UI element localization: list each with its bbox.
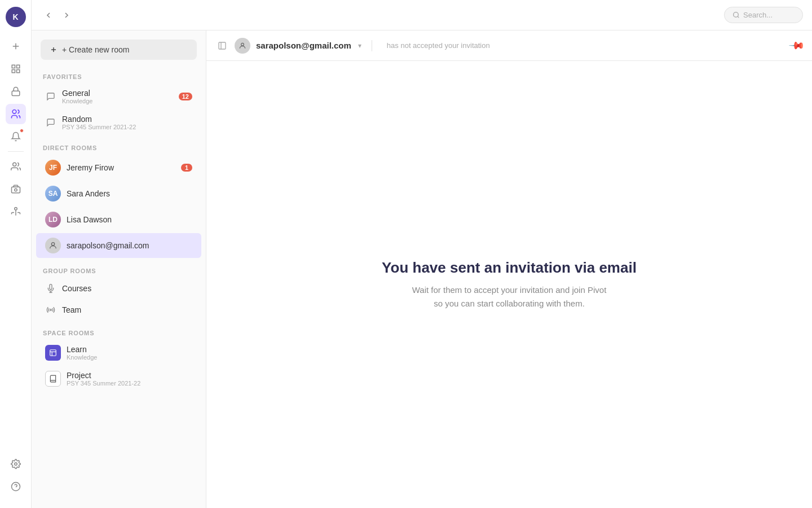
- sara-anders-avatar: SA: [45, 186, 61, 202]
- jeremy-name: Jeremy Firow: [67, 163, 175, 172]
- room-project[interactable]: Project PSY 345 Summer 2021-22: [36, 366, 201, 391]
- room-courses[interactable]: Courses: [36, 278, 201, 299]
- svg-rect-3: [16, 65, 19, 68]
- svg-point-10: [14, 189, 17, 191]
- svg-rect-23: [50, 350, 56, 356]
- create-room-button[interactable]: + Create new room: [41, 40, 197, 60]
- svg-point-19: [51, 243, 54, 246]
- chat-header: sarapolson@gmail.com ▾ has not accepted …: [206, 30, 812, 61]
- section-space-header: SPACE ROOMS: [32, 321, 206, 340]
- svg-rect-4: [12, 70, 15, 73]
- sidebar: + Create new room FAVORITES General Know…: [32, 30, 206, 508]
- nav-camera-icon[interactable]: [6, 179, 26, 199]
- lisa-name: Lisa Dawson: [67, 215, 192, 224]
- search-bar[interactable]: Search...: [724, 7, 803, 23]
- general-info: General Knowledge: [62, 89, 173, 104]
- svg-point-15: [734, 12, 739, 17]
- section-direct-header: DIRECT ROOMS: [32, 135, 206, 155]
- project-icon: [45, 371, 61, 387]
- pin-icon[interactable]: 📌: [788, 37, 805, 54]
- room-general[interactable]: General Knowledge 12: [36, 84, 201, 109]
- learn-sub: Knowledge: [67, 354, 192, 361]
- nav-divider: [8, 151, 24, 152]
- icon-nav: K: [0, 0, 32, 508]
- section-group-header: GROUP ROOMS: [32, 259, 206, 278]
- forward-button[interactable]: [59, 7, 74, 23]
- svg-line-16: [738, 16, 739, 17]
- room-jeremy[interactable]: JF Jeremy Firow 1: [36, 155, 201, 180]
- sarapolson-name: sarapolson@gmail.com: [67, 241, 192, 250]
- svg-rect-9: [11, 187, 20, 193]
- general-sub: Knowledge: [62, 98, 173, 104]
- courses-mic-icon: [45, 283, 56, 294]
- chat-contact-name: sarapolson@gmail.com: [256, 41, 351, 50]
- nav-group2-icon[interactable]: [6, 202, 26, 222]
- sara-anders-name: Sara Anders: [67, 189, 192, 198]
- svg-rect-2: [12, 65, 15, 68]
- svg-point-12: [14, 463, 17, 466]
- invitation-title: You have sent an invitation via email: [382, 259, 637, 277]
- svg-rect-6: [12, 91, 20, 95]
- courses-name: Courses: [62, 284, 192, 293]
- svg-point-8: [12, 163, 16, 166]
- section-favorites-header: FAVORITES: [32, 64, 206, 84]
- courses-info: Courses: [62, 284, 192, 293]
- project-name: Project: [67, 371, 192, 380]
- header-divider: [372, 40, 372, 51]
- svg-rect-5: [16, 70, 19, 73]
- nav-people-icon[interactable]: [6, 104, 26, 124]
- nav-bell-icon[interactable]: [6, 126, 26, 147]
- chat-body: You have sent an invitation via email Wa…: [206, 61, 812, 508]
- random-sub: PSY 345 Summer 2021-22: [62, 124, 192, 130]
- invitation-sub-line2: so you can start collaborating with them…: [434, 299, 585, 308]
- room-sara-anders[interactable]: SA Sara Anders: [36, 181, 201, 206]
- jeremy-badge: 1: [181, 164, 192, 172]
- nav-plus-icon[interactable]: [6, 36, 26, 56]
- nav-arrows: [41, 7, 74, 23]
- room-lisa[interactable]: LD Lisa Dawson: [36, 207, 201, 232]
- invitation-sub-line1: Wait for them to accept your invitation …: [412, 285, 607, 295]
- svg-point-28: [241, 43, 244, 46]
- sarapolson-avatar: [45, 238, 61, 253]
- general-name: General: [62, 89, 173, 98]
- main-content: + Create new room FAVORITES General Know…: [32, 30, 812, 508]
- project-sub: PSY 345 Summer 2021-22: [67, 380, 192, 387]
- nav-help-icon[interactable]: [6, 476, 26, 497]
- learn-info: Learn Knowledge: [67, 345, 192, 361]
- contact-status-text: has not accepted your invitation: [387, 41, 490, 50]
- nav-grid-icon[interactable]: [6, 59, 26, 79]
- team-info: Team: [62, 305, 192, 314]
- search-icon: [732, 11, 740, 19]
- svg-rect-26: [219, 42, 226, 49]
- room-random[interactable]: Random PSY 345 Summer 2021-22: [36, 110, 201, 135]
- lisa-avatar: LD: [45, 212, 61, 227]
- chevron-down-icon[interactable]: ▾: [358, 42, 361, 50]
- room-learn[interactable]: Learn Knowledge: [36, 340, 201, 365]
- random-chat-icon: [45, 117, 56, 128]
- general-chat-icon: [45, 91, 56, 102]
- random-name: Random: [62, 115, 192, 124]
- general-badge: 12: [179, 93, 192, 100]
- team-podcast-icon: [45, 304, 56, 316]
- back-button[interactable]: [41, 7, 56, 23]
- top-bar: Search...: [32, 0, 812, 30]
- svg-point-11: [14, 208, 17, 211]
- expand-panel-icon[interactable]: [215, 39, 229, 52]
- learn-icon: [45, 345, 61, 361]
- chat-area: sarapolson@gmail.com ▾ has not accepted …: [206, 30, 812, 508]
- invitation-subtitle: Wait for them to accept your invitation …: [412, 283, 607, 310]
- room-team[interactable]: Team: [36, 300, 201, 320]
- search-placeholder: Search...: [743, 11, 773, 19]
- chat-contact-avatar: [235, 38, 250, 54]
- create-room-label: + Create new room: [62, 45, 129, 54]
- nav-lock-icon[interactable]: [6, 81, 26, 102]
- user-avatar[interactable]: K: [6, 7, 26, 27]
- sarapolson-info: sarapolson@gmail.com: [67, 241, 192, 250]
- jeremy-info: Jeremy Firow: [67, 163, 175, 172]
- room-sarapolson[interactable]: sarapolson@gmail.com: [36, 233, 201, 258]
- team-name: Team: [62, 305, 192, 314]
- nav-settings-icon[interactable]: [6, 454, 26, 474]
- svg-point-7: [12, 110, 16, 114]
- nav-team-grid-icon[interactable]: [6, 156, 26, 177]
- jeremy-avatar: JF: [45, 160, 61, 176]
